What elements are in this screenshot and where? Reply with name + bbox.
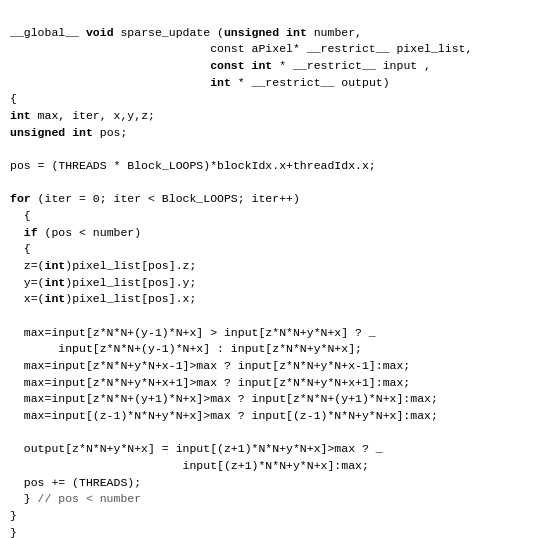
code-line: pos = (THREADS * Block_LOOPS)*blockIdx.x…	[10, 158, 538, 175]
code-line	[10, 141, 538, 158]
code-line: int * __restrict__ output)	[10, 75, 538, 92]
code-line: const aPixel* __restrict__ pixel_list,	[10, 41, 538, 58]
code-line: if (pos < number)	[10, 225, 538, 242]
code-line: __global__ void sparse_update (unsigned …	[10, 25, 538, 42]
code-line	[10, 175, 538, 192]
code-line: max=input[z*N*N+y*N+x+1]>max ? input[z*N…	[10, 375, 538, 392]
code-line: {	[10, 208, 538, 225]
code-line: y=(int)pixel_list[pos].y;	[10, 275, 538, 292]
code-line	[10, 308, 538, 325]
code-line: int max, iter, x,y,z;	[10, 108, 538, 125]
code-line: z=(int)pixel_list[pos].z;	[10, 258, 538, 275]
code-line: max=input[z*N*N+y*N+x-1]>max ? input[z*N…	[10, 358, 538, 375]
code-line: output[z*N*N+y*N+x] = input[(z+1)*N*N+y*…	[10, 441, 538, 458]
code-line: {	[10, 241, 538, 258]
code-display: __global__ void sparse_update (unsigned …	[10, 8, 538, 538]
code-line: input[(z+1)*N*N+y*N+x]:max;	[10, 458, 538, 475]
code-line: unsigned int pos;	[10, 125, 538, 142]
code-line: max=input[z*N*N+(y+1)*N+x]>max ? input[z…	[10, 391, 538, 408]
code-line: x=(int)pixel_list[pos].x;	[10, 291, 538, 308]
code-line: max=input[(z-1)*N*N+y*N+x]>max ? input[(…	[10, 408, 538, 425]
code-line: max=input[z*N*N+(y-1)*N+x] > input[z*N*N…	[10, 325, 538, 342]
code-line: }	[10, 525, 538, 538]
code-line: const int * __restrict__ input ,	[10, 58, 538, 75]
code-line	[10, 425, 538, 442]
code-line: input[z*N*N+(y-1)*N+x] : input[z*N*N+y*N…	[10, 341, 538, 358]
code-line: pos += (THREADS);	[10, 475, 538, 492]
code-line: } // pos < number	[10, 491, 538, 508]
code-line: }	[10, 508, 538, 525]
code-line: for (iter = 0; iter < Block_LOOPS; iter+…	[10, 191, 538, 208]
code-line: {	[10, 91, 538, 108]
